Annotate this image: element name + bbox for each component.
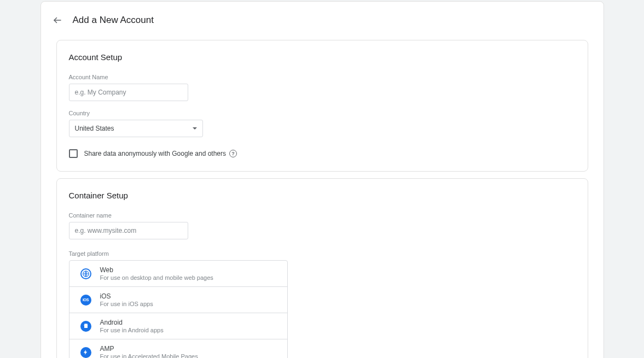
platform-name: iOS (100, 292, 153, 300)
container-setup-card: Container Setup Container name Target pl… (56, 178, 588, 358)
platform-text: Android For use in Android apps (100, 319, 164, 333)
share-data-label-wrap: Share data anonymously with Google and o… (84, 150, 237, 157)
ios-icon: iOS (80, 295, 91, 306)
account-name-label: Account Name (69, 74, 576, 80)
page-title: Add a New Account (73, 15, 154, 26)
share-data-label: Share data anonymously with Google and o… (84, 150, 227, 157)
platform-desc: For use in iOS apps (100, 301, 153, 307)
share-data-row: Share data anonymously with Google and o… (69, 149, 576, 158)
platform-desc: For use in Android apps (100, 327, 164, 333)
android-icon (80, 321, 91, 332)
svg-rect-2 (84, 325, 88, 328)
account-name-field: Account Name (69, 74, 576, 101)
amp-icon (80, 347, 91, 358)
arrow-left-icon (53, 15, 62, 25)
main-panel: Add a New Account Account Setup Account … (40, 1, 604, 358)
account-setup-title: Account Setup (69, 52, 576, 62)
target-platform-label: Target platform (69, 250, 576, 257)
share-data-checkbox[interactable] (69, 149, 78, 158)
country-value: United States (75, 125, 114, 132)
platform-option-web[interactable]: Web For use on desktop and mobile web pa… (69, 261, 287, 287)
account-setup-card: Account Setup Account Name Country Unite… (56, 40, 588, 172)
platform-option-amp[interactable]: AMP For use in Accelerated Mobile Pages (69, 339, 287, 358)
account-name-input[interactable] (69, 84, 188, 101)
chevron-down-icon (193, 127, 197, 130)
header: Add a New Account (50, 13, 588, 28)
platform-desc: For use in Accelerated Mobile Pages (100, 353, 198, 358)
container-setup-title: Container Setup (69, 191, 576, 200)
country-field: Country United States (69, 110, 576, 137)
container-name-field: Container name (69, 212, 576, 239)
platform-text: Web For use on desktop and mobile web pa… (100, 266, 213, 281)
platform-name: AMP (100, 345, 198, 353)
platform-option-ios[interactable]: iOS iOS For use in iOS apps (69, 287, 287, 313)
container-name-label: Container name (69, 212, 576, 219)
container-name-input[interactable] (69, 222, 188, 239)
web-icon (80, 268, 91, 279)
platform-text: AMP For use in Accelerated Mobile Pages (100, 345, 198, 358)
platform-name: Web (100, 266, 213, 274)
platform-text: iOS For use in iOS apps (100, 292, 153, 307)
help-icon[interactable]: ? (229, 150, 237, 157)
country-label: Country (69, 110, 576, 116)
country-select[interactable]: United States (69, 120, 203, 137)
platform-name: Android (100, 319, 164, 326)
platform-list: Web For use on desktop and mobile web pa… (69, 260, 288, 358)
platform-desc: For use on desktop and mobile web pages (100, 274, 213, 281)
back-button[interactable] (50, 13, 65, 28)
platform-option-android[interactable]: Android For use in Android apps (69, 313, 287, 339)
